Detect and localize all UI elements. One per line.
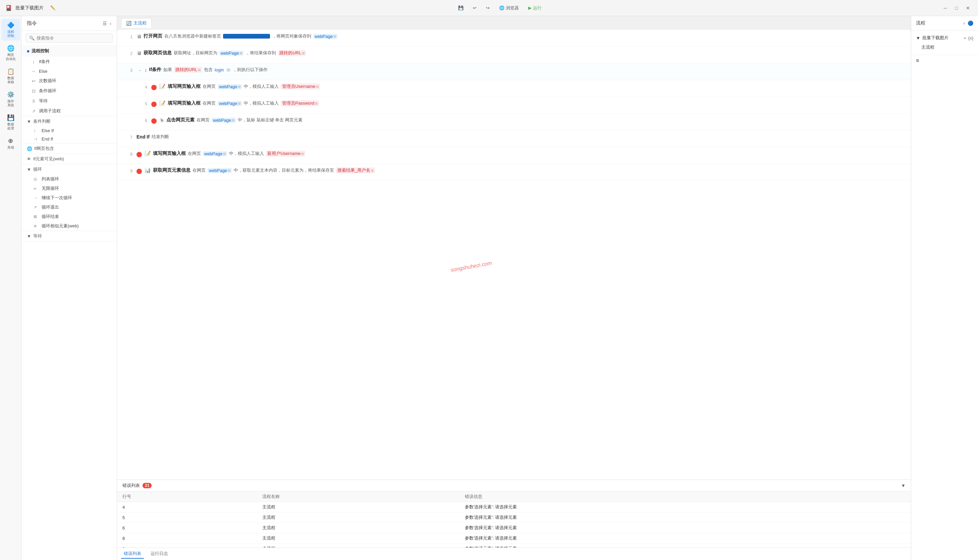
sidebar-item-data-proc[interactable]: 💾 数据处理 [1,111,20,133]
run-btn[interactable]: ▶ 运行 [525,4,545,12]
sub-item-similar-loop[interactable]: ≅ 循环相似元素(web) [22,221,117,231]
table-row[interactable]: 8 主流程 参数'选择元素': 请选择元素 [117,533,911,543]
else-label: Else [39,69,47,74]
menu-item-if[interactable]: ↕ If条件 [22,57,117,67]
continue-loop-label: 继续下一次循环 [42,195,72,201]
error-panel-collapse-btn[interactable]: ▼ [901,483,906,488]
step-4-text-2: 中，模拟人工输入 [244,83,279,90]
collapse-btn[interactable]: ‹ [110,21,112,26]
flow-control-icon: 🔷 [7,22,14,29]
sub-item-loop-end[interactable]: ⊠ 循环结束 [22,212,117,221]
right-expand-btn[interactable]: › [963,20,965,26]
error-table: 行号 流程名称 错误信息 4 主流程 参数'选择元素': 请选择元素 5 主流程… [117,492,911,548]
col-header-error: 错误信息 [460,492,911,502]
tree-item-main-flow[interactable]: 主流程 [911,43,978,52]
redo-btn[interactable]: ↪ [483,4,493,12]
step-2-text-2: ，将结果保存到 [245,50,276,56]
close-btn[interactable]: ✕ [963,4,973,12]
step-num-9: 9 [122,167,132,173]
table-row[interactable]: 5 主流程 参数'选择元素': 请选择元素 [117,512,911,523]
edit-btn[interactable]: ✏️ [47,4,59,12]
tab-run-log[interactable]: 运行日志 [148,549,171,559]
flow-step-9[interactable]: 9 📊 获取网页元素信息 在网页 webPage ⊞ 中，获取元素文本内容，目标… [117,164,911,181]
flow-step-4[interactable]: 4 📝 填写网页输入框 在网页 webPage ⊞ 中，模拟人工输入 管理员Us… [117,80,911,97]
cell-line: 4 [117,502,257,512]
tab-main-flow[interactable]: 🔄 主流程 [121,18,152,28]
minimize-btn[interactable]: ─ [941,4,950,12]
cell-line: 9 [117,543,257,548]
step-6-error [151,118,157,124]
sub-item-continue-loop[interactable]: → 继续下一次循环 [22,193,117,203]
sidebar-item-data-table[interactable]: 📋 数据表格 [1,65,20,87]
menu-item-count-loop[interactable]: ↩ 次数循环 [22,76,117,86]
step-8-text-1: 在网页 [188,150,201,157]
category-label-flow: 流程控制 [32,48,49,54]
end-if-icon: ⊣ [33,137,39,142]
subcategory-if-elem-visible[interactable]: 👁 If元素可见(web) [22,154,117,164]
flow-step-1[interactable]: 1 🖥 打开网页 在八爪鱼浏览器中新建标签页 http://●●●●●●●●●●… [117,30,911,47]
flow-step-5[interactable]: 5 📝 填写网页输入框 在网页 webPage ⊞ 中，模拟人工输入 管理员Pa… [117,97,911,114]
menu-item-wait[interactable]: ⧖ 等待 [22,96,117,106]
step-4-var2: 管理员Username ⊞ [281,83,320,90]
infinite-loop-icon: ∞ [33,186,39,191]
undo-btn[interactable]: ↩ [470,4,480,12]
step-9-var1: webPage ⊞ [208,168,232,173]
flow-step-2[interactable]: 2 🖥 获取网页信息 获取网址，目标网页为 webPage ⊞ ，将结果保存到 … [117,47,911,63]
step-6-name: 点击网页元素 [167,117,195,123]
sidebar-item-system[interactable]: ⚙️ 操作系统 [1,88,20,110]
step-5-error [151,102,157,107]
save-btn[interactable]: 💾 [455,4,467,12]
subcategory-wait[interactable]: ▼ 等待 [22,231,117,241]
menu-item-call-sub[interactable]: ↗ 调用子流程 [22,106,117,116]
menu-item-else[interactable]: ↔ Else [22,67,117,76]
maximize-btn[interactable]: □ [953,4,961,12]
subcategory-if-web-contains[interactable]: 🌐 If网页包含 [22,143,117,153]
table-row[interactable]: 4 主流程 参数'选择元素': 请选择元素 [117,502,911,512]
subcategory-loop[interactable]: ▼ 循环 [22,164,117,174]
else-if-label: Else If [42,128,54,133]
app-icon: 🎴 [5,5,12,11]
flow-step-8[interactable]: 8 📝 填写网页输入框 在网页 webPage ⊞ 中，模拟人工输入 新用户Us… [117,147,911,164]
error-panel-title-row: 错误列表 21 [122,483,152,488]
search-input[interactable] [37,35,109,40]
if-elem-icon: 👁 [27,157,31,162]
sidebar-item-other[interactable]: ⊕ 其他 [1,135,20,152]
if-cond-icon: ↕ [145,67,147,73]
subcategory-condition-header[interactable]: ▼ 条件判断 [22,117,117,127]
main-layout: 🔷 流程控制 🌐 网页自动化 📋 数据表格 ⚙️ 操作系统 💾 数据处理 ⊕ 其… [0,16,978,560]
sub-item-end-if[interactable]: ⊣ End If [22,135,117,143]
sub-item-infinite-loop[interactable]: ∞ 无限循环 [22,184,117,193]
tree-var-btn[interactable]: {x} [968,35,973,40]
category-header-flow-control[interactable]: ■ 流程控制 [22,45,117,57]
search-box[interactable]: 🔍 [25,33,113,43]
step-3-minus[interactable]: − [137,67,143,73]
flow-step-7[interactable]: 7 End If 结束判断 [117,130,911,147]
table-row[interactable]: 6 主流程 参数'选择元素': 请选择元素 [117,523,911,533]
tree-add-btn[interactable]: + [964,35,966,40]
sub-item-loop-break[interactable]: ↗ 循环退出 [22,203,117,212]
table-row[interactable]: 9 卡流程 参数'选泽元素': 请选择元素 [117,543,911,548]
sub-item-list-loop[interactable]: ◎ 列表循环 [22,174,117,184]
tree-item-project[interactable]: ▼ 批量下载图片 + {x} [911,33,978,43]
tab-error-list[interactable]: 错误列表 [121,549,144,559]
right-panel-title: 流程 [916,20,925,26]
error-panel-header: 错误列表 21 ▼ [117,480,911,492]
sort-btn[interactable]: ☰ [103,21,107,26]
wait-icon: ⧖ [31,98,36,103]
flow-step-3[interactable]: 3 − ↕ If条件 如果 跳转的URL ⊞ 包含 login ⊞ ，则执行以下… [117,63,911,80]
right-panel-layers-btn[interactable]: ≡ [911,55,978,67]
step-3-text-1: 如果 [163,67,172,73]
sidebar-item-flow-control[interactable]: 🔷 流程控制 [1,19,20,40]
step-7-content: End If 结束判断 [137,134,906,140]
sidebar-item-web[interactable]: 🌐 网页自动化 [1,42,20,64]
menu-item-cond-loop[interactable]: ⊡ 条件循环 [22,86,117,96]
flow-step-6[interactable]: 6 🖱 点击网页元素 在网页 webPage ⊞ 中，鼠标 鼠标左键 单击 网页… [117,114,911,130]
right-active-icon-btn[interactable]: 🔵 [968,20,973,26]
category-flow-control: ■ 流程控制 ↕ If条件 ↔ Else ↩ 次数循环 ⊡ 条件循环 [22,45,117,117]
sub-item-else-if[interactable]: ↕ Else If [22,127,117,135]
flow-area: 1 🖥 打开网页 在八爪鱼浏览器中新建标签页 http://●●●●●●●●●●… [117,30,911,480]
step-num-5: 5 [137,100,147,106]
step-num-6: 6 [137,117,147,123]
browser-btn[interactable]: 🌐 浏览器 [496,4,522,12]
step-7-text: 结束判断 [152,134,169,140]
